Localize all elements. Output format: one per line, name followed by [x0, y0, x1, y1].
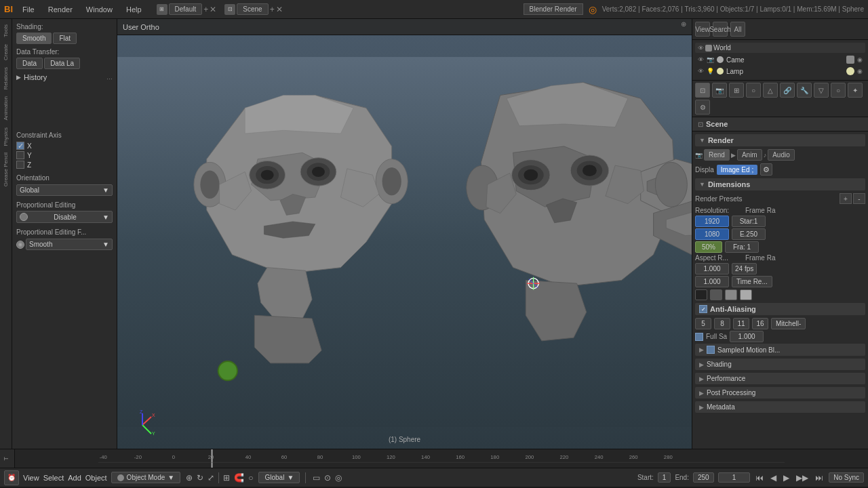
axis-y-checkbox[interactable] [16, 151, 24, 159]
aa-val-5[interactable]: 5 [695, 318, 711, 329]
menu-file[interactable]: File [18, 4, 39, 15]
image-ed-btn[interactable]: Image Ed ; [717, 165, 757, 175]
fps-dropdown[interactable]: 24 fps [732, 263, 757, 274]
preset-remove-btn[interactable]: - [853, 193, 865, 204]
data-la-btn[interactable]: Data La [44, 58, 80, 69]
strip-grease-pencil[interactable]: Grease Pencil [2, 150, 9, 189]
camera-restrict-icon[interactable]: 📷 [707, 56, 714, 63]
timeline-ruler[interactable]: -40 -20 0 20 40 60 80 100 120 140 160 18… [15, 449, 868, 468]
aa-val-16[interactable]: 16 [752, 318, 768, 329]
sampled-motion-blur-header[interactable]: ▶ Sampled Motion Bl... [695, 344, 865, 356]
camera-render-icon[interactable]: ◉ [857, 56, 863, 63]
axis-z-checkbox[interactable] [16, 161, 24, 169]
proportional-icon[interactable]: ○ [247, 472, 254, 484]
prop-constraints-btn[interactable]: 🔗 [780, 83, 795, 98]
nav-gizmo[interactable]: X Y Z [127, 410, 158, 442]
menu-render[interactable]: Render [44, 4, 77, 15]
current-frame-input[interactable]: 1 [718, 472, 751, 483]
post-processing-header[interactable]: ▶ Post Processing [695, 387, 865, 399]
shading-smooth-btn[interactable]: Smooth [16, 33, 52, 44]
viewport[interactable]: User Ortho ⊕ [117, 19, 692, 449]
color-swatch-3[interactable] [725, 289, 737, 300]
color-swatch-2[interactable] [710, 289, 722, 300]
orientation-dropdown[interactable]: Global ▼ [16, 184, 113, 196]
performance-header[interactable]: ▶ Performance [695, 373, 865, 384]
time-re-value[interactable]: Time Re... [732, 276, 772, 287]
shading-collapse-header[interactable]: ▶ Shading [695, 359, 865, 370]
workspace-add[interactable]: + [203, 5, 208, 14]
anti-alias-header[interactable]: ✓ Anti-Aliasing [695, 303, 865, 315]
metadata-header[interactable]: ▶ Metadata [695, 401, 865, 413]
menu-object-bottom[interactable]: Object [85, 474, 107, 482]
all-tab[interactable]: All [730, 22, 745, 37]
lamp-item[interactable]: 👁 💡 Lamp ◉ [695, 66, 865, 77]
lamp-render-icon[interactable]: ◉ [857, 68, 863, 75]
menu-view-bottom[interactable]: View [23, 474, 39, 482]
world-item[interactable]: 👁 World [695, 43, 865, 53]
prop-editing-dropdown[interactable]: Disable ▼ [16, 211, 113, 223]
snap-to-icon[interactable]: ◎ [334, 472, 343, 484]
image-ed-settings[interactable]: ⚙ [760, 163, 772, 176]
snap-icon[interactable]: 🧲 [233, 472, 245, 484]
sync-dropdown[interactable]: No Sync [829, 472, 864, 483]
scale-icon[interactable]: ⤢ [206, 472, 216, 484]
shading-flat-btn[interactable]: Flat [53, 33, 77, 44]
search-tab[interactable]: Search [713, 22, 728, 37]
lamp-restrict-icon[interactable]: 💡 [707, 68, 714, 75]
full-sa-value[interactable]: 1.000 [730, 331, 764, 342]
frame-start-input[interactable]: 1 [658, 472, 671, 483]
anti-alias-checkbox[interactable]: ✓ [699, 305, 707, 313]
mitchell-filter[interactable]: Mitchell- [771, 318, 806, 329]
star1-value[interactable]: Star:1 [732, 216, 766, 227]
prop-obj-btn[interactable]: △ [763, 83, 778, 98]
dimensions-header[interactable]: ▼ Dimensions [695, 178, 865, 190]
strip-relations[interactable]: Relations [2, 64, 9, 92]
full-sa-checkbox[interactable] [695, 333, 703, 341]
color-swatch-4[interactable] [740, 289, 752, 300]
axis-x-checkbox[interactable]: ✓ [16, 142, 24, 150]
e250-value[interactable]: E.250 [732, 228, 766, 240]
res-percent-value[interactable]: 50% [695, 241, 722, 253]
res-x-value[interactable]: 1920 [695, 216, 729, 227]
prop-scene-btn[interactable]: ⊡ [695, 83, 710, 98]
pivot-dropdown[interactable]: Global ▼ [258, 472, 300, 483]
layer-icon[interactable]: ⊞ [222, 472, 231, 484]
prop-particles-btn[interactable]: ✦ [848, 83, 863, 98]
play-reverse-icon[interactable]: ◀ [769, 472, 778, 484]
jump-to-start-icon[interactable]: ⏮ [754, 472, 765, 484]
prop-physics-btn[interactable]: ⚙ [695, 100, 710, 115]
preset-add-btn[interactable]: + [840, 193, 852, 204]
prop-data-btn[interactable]: ▽ [814, 83, 829, 98]
aa-val-11[interactable]: 11 [733, 318, 749, 329]
res-y-value[interactable]: 1080 [695, 228, 729, 240]
prop-modifier-btn[interactable]: 🔧 [797, 83, 812, 98]
color-swatch-1[interactable] [695, 289, 707, 300]
workspace-selector[interactable]: Default [169, 3, 203, 15]
eye-icon[interactable]: 👁 [698, 45, 704, 52]
editor-type-btn[interactable]: ⏰ [4, 470, 19, 485]
render-engine[interactable]: Blender Render [524, 3, 583, 15]
rotate-icon[interactable]: ↻ [195, 472, 205, 484]
aspect-x-value[interactable]: 1.000 [695, 263, 729, 274]
history-section[interactable]: ▶ History … [16, 73, 113, 81]
camera-item[interactable]: 👁 📷 Came ◉ [695, 54, 865, 65]
render-section-header[interactable]: ▼ Render [695, 134, 865, 146]
prop-layers-btn[interactable]: ⊞ [729, 83, 744, 98]
eye-lamp-icon[interactable]: 👁 [698, 68, 704, 75]
frame-end-input[interactable]: 250 [693, 472, 714, 483]
play-forward-icon[interactable]: ▶▶ [795, 472, 810, 484]
data-btn[interactable]: Data [16, 58, 43, 69]
select-box-icon[interactable]: ▭ [311, 472, 321, 484]
object-mode-dropdown[interactable]: Object Mode ▼ [111, 472, 181, 483]
menu-select-bottom[interactable]: Select [43, 474, 64, 482]
scene-selector[interactable]: Scene [237, 3, 268, 15]
view-tab[interactable]: View [695, 22, 710, 37]
scene-close[interactable]: ✕ [276, 5, 283, 14]
transform-icon[interactable]: ⊕ [184, 472, 194, 484]
eye-camera-icon[interactable]: 👁 [698, 56, 704, 63]
workspace-close[interactable]: ✕ [210, 5, 216, 14]
strip-create[interactable]: Create [2, 41, 9, 63]
strip-tools[interactable]: Tools [2, 22, 9, 40]
prop-render-btn[interactable]: 📷 [712, 83, 727, 98]
menu-help[interactable]: Help [122, 4, 146, 15]
